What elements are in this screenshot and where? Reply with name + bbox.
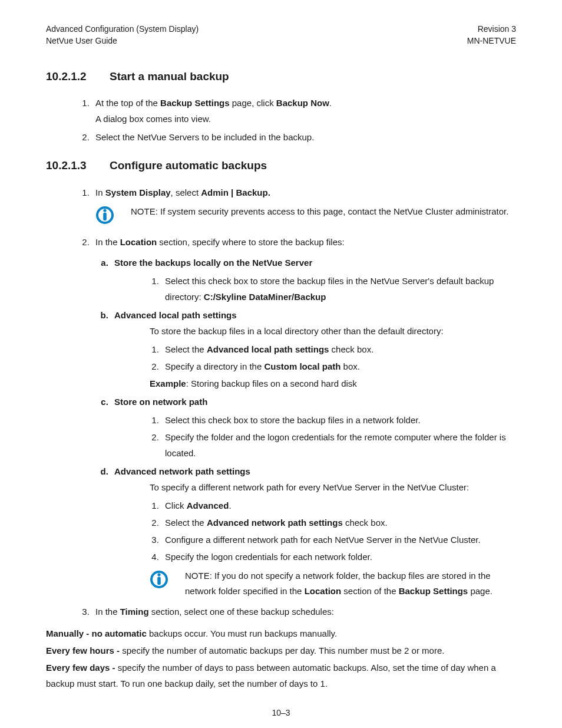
info-icon — [150, 570, 168, 594]
section-title-text: Configure automatic backups — [110, 159, 267, 172]
page-header: Advanced Configuration (System Display) … — [46, 24, 516, 47]
list-item: Store on network path Select this check … — [111, 394, 516, 461]
section-heading-manual-backup: 10.2.1.2Start a manual backup — [46, 67, 516, 87]
page-number: 10–3 — [46, 706, 516, 720]
note-text: NOTE: If system security prevents access… — [131, 204, 508, 219]
list-item: In System Display, select Admin | Backup… — [92, 185, 516, 229]
info-icon — [95, 206, 114, 229]
list-item: Select the Advanced network path setting… — [161, 515, 516, 531]
list-item: Advanced local path settings To store th… — [111, 307, 516, 391]
svg-rect-4 — [157, 577, 161, 585]
list-item: At the top of the Backup Settings page, … — [92, 95, 516, 127]
schedule-manual: Manually - no automatic backups occur. Y… — [46, 625, 516, 641]
location-options: Store the backups locally on the NetVue … — [95, 255, 516, 599]
list-item: Advanced network path settings To specif… — [111, 463, 516, 599]
manual-backup-steps: At the top of the Backup Settings page, … — [46, 95, 516, 145]
list-item: Specify the folder and the logon credent… — [161, 429, 516, 461]
list-item: Configure a different network path for e… — [161, 532, 516, 548]
note-block: NOTE: If you do not specify a network fo… — [150, 568, 516, 599]
list-item: Store the backups locally on the NetVue … — [111, 255, 516, 305]
svg-point-5 — [157, 573, 160, 576]
header-docid: MN-NETVUE — [467, 35, 516, 47]
list-item: Select this check box to store the backu… — [161, 412, 516, 428]
list-item: Specify the logon credentials for each n… — [161, 549, 516, 565]
list-item: Select the NetVue Servers to be included… — [92, 129, 516, 145]
section-heading-auto-backup: 10.2.1.3Configure automatic backups — [46, 156, 516, 176]
section-number: 10.2.1.2 — [46, 67, 110, 87]
list-item: In the Location section, specify where t… — [92, 234, 516, 599]
header-guide: NetVue User Guide — [46, 35, 199, 47]
svg-point-2 — [103, 209, 106, 212]
note-text: NOTE: If you do not specify a network fo… — [185, 568, 516, 599]
header-right: Revision 3 MN-NETVUE — [467, 24, 516, 47]
schedule-hours: Every few hours - specify the number of … — [46, 643, 516, 658]
header-section: Advanced Configuration (System Display) — [46, 24, 199, 35]
schedule-days: Every few days - specify the number of d… — [46, 660, 516, 691]
note-block: NOTE: If system security prevents access… — [95, 204, 516, 229]
list-item: Click Advanced. — [161, 498, 516, 513]
list-item: Specify a directory in the Custom local … — [161, 358, 516, 374]
svg-rect-1 — [103, 212, 107, 220]
list-item: In the Timing section, select one of the… — [92, 604, 516, 620]
section-number: 10.2.1.3 — [46, 156, 110, 176]
header-revision: Revision 3 — [467, 24, 516, 35]
list-item: Select this check box to store the backu… — [161, 273, 516, 305]
section-title-text: Start a manual backup — [110, 70, 229, 83]
list-item: Select the Advanced local path settings … — [161, 341, 516, 357]
auto-backup-steps: In System Display, select Admin | Backup… — [46, 185, 516, 620]
header-left: Advanced Configuration (System Display) … — [46, 24, 199, 47]
